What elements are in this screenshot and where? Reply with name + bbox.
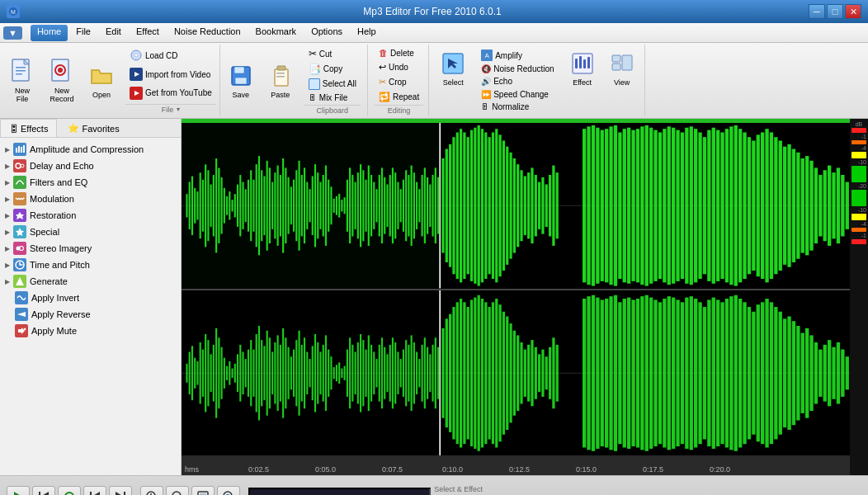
svg-rect-91	[298, 161, 300, 251]
get-youtube-button[interactable]: Get from YouTube	[125, 85, 216, 101]
effect-button[interactable]: Effect	[564, 46, 601, 91]
svg-rect-332	[432, 344, 433, 401]
svg-rect-64	[226, 196, 228, 215]
svg-rect-147	[452, 137, 455, 274]
sidebar-item-delay-echo[interactable]: ▶ Delay and Echo	[0, 158, 181, 174]
svg-rect-155	[481, 129, 484, 282]
svg-rect-116	[365, 180, 366, 232]
sidebar-item-generate[interactable]: ▶ Generate	[0, 273, 181, 290]
view-button[interactable]: View	[603, 46, 641, 91]
mix-file-button[interactable]: 🎚 Mix File	[304, 92, 361, 104]
repeat-icon: 🔁	[379, 92, 390, 102]
svg-marker-436	[116, 492, 124, 496]
fit-button[interactable]	[191, 486, 215, 496]
normalize-button[interactable]: 🎚 Normalize	[477, 101, 558, 113]
svg-rect-153	[474, 128, 476, 284]
save-button[interactable]: Save	[222, 45, 260, 116]
svg-rect-23	[579, 56, 582, 68]
paste-button[interactable]: Paste	[262, 45, 300, 116]
svg-rect-356	[517, 335, 519, 411]
menu-effect[interactable]: Effect	[130, 25, 166, 41]
menu-help[interactable]: Help	[351, 25, 383, 41]
menu-bookmark[interactable]: Bookmark	[249, 25, 304, 41]
select-all-button[interactable]: Select All	[304, 77, 361, 92]
close-button[interactable]: ✕	[845, 4, 861, 19]
new-record-button[interactable]: NewRecord	[43, 45, 81, 116]
svg-rect-411	[774, 307, 777, 439]
delete-button[interactable]: 🗑 Delete	[375, 46, 423, 59]
play-button[interactable]	[7, 486, 30, 496]
svg-rect-118	[370, 175, 372, 236]
svg-rect-353	[506, 316, 508, 429]
menu-noise-reduction[interactable]: Noise Reduction	[167, 25, 248, 41]
svg-rect-180	[596, 128, 599, 284]
sidebar-item-special[interactable]: ▶ Special	[0, 224, 181, 240]
svg-rect-65	[229, 191, 230, 219]
svg-rect-406	[752, 311, 755, 434]
svg-rect-321	[403, 349, 404, 396]
open-button[interactable]: Open	[83, 45, 120, 116]
svg-rect-245	[200, 342, 201, 403]
go-start-button[interactable]	[32, 486, 55, 496]
amplify-button[interactable]: A Amplify	[477, 48, 558, 63]
load-cd-button[interactable]: Load CD	[125, 47, 216, 64]
svg-marker-39	[16, 277, 24, 285]
svg-rect-93	[304, 167, 305, 243]
sidebar-tab-effects[interactable]: 🎛 Effects	[0, 119, 57, 137]
svg-rect-111	[351, 175, 353, 236]
quick-access-toolbar[interactable]: ▼	[3, 26, 22, 40]
menu-options[interactable]: Options	[304, 25, 349, 41]
svg-rect-209	[725, 129, 729, 282]
waveform-channel-2[interactable]	[182, 290, 850, 456]
svg-rect-300	[347, 349, 348, 396]
noise-reduction-button[interactable]: 🔇 Noise Reduction	[477, 63, 558, 75]
speed-change-button[interactable]: ⏩ Speed Change	[477, 88, 558, 101]
next-button[interactable]	[109, 486, 132, 496]
svg-rect-257	[231, 368, 233, 377]
svg-rect-315	[386, 354, 388, 392]
import-video-button[interactable]: Import from Video	[125, 66, 216, 82]
minimize-button[interactable]: ─	[809, 4, 825, 19]
sidebar-item-restoration[interactable]: ▶ Restoration	[0, 207, 181, 224]
waveform-channel-1[interactable]	[182, 123, 850, 290]
prev-button[interactable]	[83, 486, 106, 496]
maximize-button[interactable]: □	[827, 4, 843, 19]
repeat-label: Repeat	[393, 92, 419, 101]
new-file-button[interactable]: NewFile	[3, 45, 41, 116]
zoom-in-button[interactable]	[140, 486, 163, 496]
menu-file[interactable]: File	[69, 25, 97, 41]
sidebar-item-filters-eq[interactable]: ▶ Filters and EQ	[0, 174, 181, 191]
menu-home[interactable]: Home	[31, 25, 68, 41]
sidebar-tab-favorites[interactable]: ⭐ Favorites	[59, 119, 128, 137]
copy-button[interactable]: 📑 Copy	[304, 62, 361, 77]
sidebar-item-time-pitch[interactable]: ▶ Time and Pitch	[0, 257, 181, 273]
svg-rect-109	[347, 180, 348, 232]
svg-rect-75	[256, 164, 257, 247]
svg-rect-314	[384, 346, 385, 398]
svg-rect-212	[738, 129, 742, 282]
zoom-sel-button[interactable]	[217, 486, 240, 496]
sidebar-item-apply-reverse[interactable]: Apply Reverse	[0, 306, 181, 323]
menu-edit[interactable]: Edit	[99, 25, 128, 41]
select-button[interactable]: Select	[434, 46, 472, 91]
select-label: Select	[443, 78, 464, 87]
sidebar-item-amplitude[interactable]: ▶ Amplitude and Compression	[0, 141, 181, 158]
undo-button[interactable]: ↩ Undo	[375, 60, 423, 74]
repeat-button[interactable]: 🔁 Repeat	[375, 90, 423, 104]
sidebar-item-apply-mute[interactable]: Apply Mute	[0, 323, 181, 339]
noise-reduction-icon: 🔇	[481, 64, 491, 73]
loop-button[interactable]	[58, 486, 81, 496]
zoom-out-button[interactable]	[166, 486, 189, 496]
crop-button[interactable]: ✂ Crop	[375, 75, 423, 89]
sidebar-item-modulation[interactable]: ▶ Modulation	[0, 191, 181, 207]
svg-rect-249	[210, 354, 212, 392]
svg-rect-123	[384, 177, 385, 234]
svg-rect-370	[592, 295, 595, 450]
cut-button[interactable]: ✂ Cut	[304, 46, 361, 61]
echo-button[interactable]: 🔊 Echo	[477, 75, 558, 87]
sidebar-item-apply-invert[interactable]: Apply Invert	[0, 290, 181, 306]
sidebar-item-stereo-imagery[interactable]: ▶ Stereo Imagery	[0, 240, 181, 257]
svg-rect-232	[828, 166, 831, 246]
svg-rect-52	[194, 188, 196, 224]
svg-rect-165	[517, 164, 519, 247]
